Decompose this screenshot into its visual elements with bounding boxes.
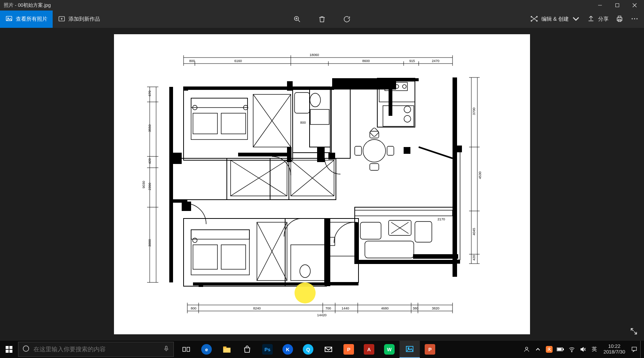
print-button[interactable] — [615, 15, 624, 24]
svg-point-14 — [536, 16, 537, 17]
svg-rect-60 — [456, 146, 462, 152]
taskbar-app-qq[interactable]: Q — [298, 341, 318, 358]
svg-rect-174 — [9, 350, 12, 353]
taskbar-app-photoshop[interactable]: Ps — [257, 341, 278, 358]
more-icon — [630, 15, 639, 24]
photo-viewer[interactable]: 800 6160 18060 8600 915 2470 — [0, 28, 644, 341]
task-view-button[interactable] — [176, 341, 196, 358]
view-all-photos-button[interactable]: 查看所有照片 — [0, 11, 53, 28]
svg-rect-47 — [170, 200, 187, 203]
svg-rect-82 — [295, 93, 310, 113]
taskbar-app-explorer[interactable] — [217, 341, 237, 358]
svg-rect-68 — [184, 218, 327, 286]
svg-rect-120 — [291, 245, 325, 281]
tray-ime[interactable]: 英 — [589, 341, 600, 358]
svg-rect-18 — [618, 16, 621, 18]
svg-text:800: 800 — [300, 121, 306, 124]
svg-text:3000: 3000 — [148, 239, 152, 247]
fullscreen-button[interactable] — [630, 327, 638, 337]
svg-text:4680: 4680 — [381, 306, 389, 310]
tray-people[interactable] — [521, 341, 532, 358]
zoom-button[interactable] — [292, 15, 303, 23]
svg-rect-54 — [287, 81, 293, 91]
svg-text:800: 800 — [189, 59, 195, 63]
svg-rect-69 — [285, 218, 327, 286]
tray-app-1[interactable]: 火 — [544, 341, 554, 358]
svg-text:18060: 18060 — [310, 53, 319, 57]
start-button[interactable] — [0, 341, 18, 358]
svg-rect-96 — [355, 146, 361, 155]
search-input[interactable] — [33, 346, 159, 353]
svg-text:6160: 6160 — [234, 59, 242, 63]
maximize-button[interactable] — [609, 0, 626, 11]
share-icon — [587, 15, 595, 24]
svg-point-184 — [526, 347, 528, 349]
edit-create-button[interactable]: 编辑 & 创建 — [530, 15, 580, 24]
taskbar-app-autocad[interactable]: A — [359, 341, 379, 358]
floorplan-image: 800 6160 18060 8600 915 2470 — [114, 34, 530, 334]
svg-point-15 — [531, 20, 532, 21]
svg-rect-176 — [166, 346, 167, 349]
tray-action-center-icon[interactable] — [629, 341, 639, 358]
app-toolbar: 查看所有照片 添加到新作品 编辑 & 创建 — [0, 11, 644, 28]
svg-point-16 — [536, 20, 537, 21]
tray-clock[interactable]: 10:22 2018/7/30 — [600, 344, 628, 355]
cursor-highlight — [295, 282, 316, 303]
tray-wifi-icon[interactable] — [567, 341, 577, 358]
svg-rect-115 — [221, 245, 246, 269]
svg-rect-64 — [331, 87, 350, 158]
svg-rect-191 — [632, 347, 636, 350]
photo-canvas: 800 6160 18060 8600 915 2470 — [114, 34, 530, 334]
svg-point-188 — [571, 351, 572, 352]
chevron-down-icon — [572, 15, 580, 24]
taskbar-app-kugou[interactable]: K — [278, 341, 298, 358]
taskbar-app-powerpoint[interactable]: P — [420, 341, 440, 358]
svg-rect-63 — [310, 87, 330, 147]
rotate-button[interactable] — [341, 15, 352, 23]
svg-rect-105 — [355, 210, 453, 216]
svg-rect-74 — [191, 98, 248, 108]
taskbar-app-store[interactable] — [237, 341, 257, 358]
svg-point-83 — [310, 93, 320, 107]
svg-point-13 — [531, 16, 532, 17]
svg-rect-114 — [193, 245, 217, 269]
svg-rect-122 — [327, 222, 357, 256]
svg-text:2470: 2470 — [432, 59, 439, 63]
microphone-icon[interactable] — [163, 345, 170, 353]
delete-button[interactable] — [316, 15, 328, 23]
taskbar-app-edge[interactable]: e — [196, 341, 217, 358]
svg-rect-40 — [332, 78, 396, 90]
image-icon — [5, 15, 13, 24]
taskbar-apps: e Ps K Q P A W P — [176, 341, 440, 358]
taskbar-app-photos[interactable] — [399, 341, 420, 358]
show-desktop-button[interactable] — [640, 341, 642, 358]
minimize-button[interactable] — [591, 0, 609, 11]
share-button[interactable]: 分享 — [587, 15, 609, 24]
svg-rect-58 — [404, 147, 410, 154]
svg-rect-180 — [223, 346, 226, 348]
svg-rect-39 — [184, 87, 334, 90]
add-to-collection-button[interactable]: 添加到新作品 — [53, 11, 105, 28]
share-label: 分享 — [598, 16, 609, 23]
svg-rect-94 — [370, 131, 379, 138]
svg-text:420: 420 — [472, 255, 476, 261]
tray-volume-icon[interactable] — [578, 341, 588, 358]
tray-battery-icon[interactable] — [555, 341, 566, 358]
taskbar-search[interactable] — [18, 342, 174, 357]
svg-rect-97 — [387, 146, 394, 155]
svg-rect-57 — [238, 153, 291, 156]
svg-text:2390: 2390 — [148, 183, 152, 190]
print-icon — [615, 15, 624, 24]
taskbar-app-wechat[interactable]: W — [379, 341, 399, 358]
svg-rect-17 — [617, 18, 622, 20]
more-button[interactable] — [630, 15, 639, 24]
svg-rect-52 — [325, 218, 330, 286]
svg-rect-77 — [193, 113, 217, 134]
tray-chevron-up-icon[interactable] — [533, 341, 543, 358]
svg-rect-65 — [172, 158, 270, 200]
svg-text:4530: 4530 — [478, 171, 482, 179]
taskbar-app-mail[interactable] — [318, 341, 339, 358]
svg-point-91 — [404, 106, 411, 113]
close-button[interactable] — [626, 0, 643, 11]
taskbar-app-wps[interactable]: P — [339, 341, 359, 358]
